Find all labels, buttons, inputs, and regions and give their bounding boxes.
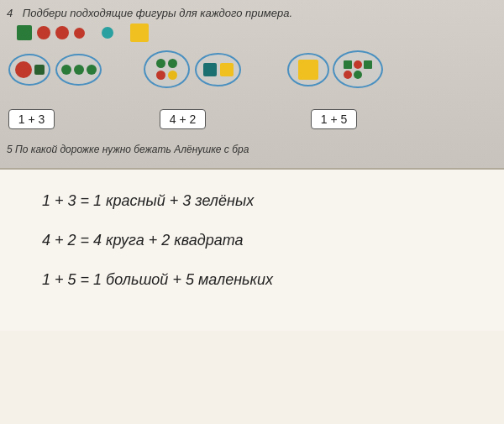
oval-3-big xyxy=(287,53,329,86)
label-1plus3: 1 + 3 xyxy=(8,109,55,129)
answer-line-1: 1 + 3 = 1 красный + 3 зелёных xyxy=(42,191,462,212)
label-4plus2: 4 + 2 xyxy=(160,109,206,129)
oval-1-green xyxy=(55,54,102,86)
red-circle-small xyxy=(74,28,85,39)
red-circle-large xyxy=(37,26,50,39)
task-text: Подбери подходящие фигуры для каждого пр… xyxy=(23,7,292,19)
task-number: 4 xyxy=(7,7,13,19)
yellow-square-large xyxy=(130,24,149,42)
answer-line-2: 4 + 2 = 4 круга + 2 квадрата xyxy=(42,230,462,251)
ovals-row xyxy=(8,50,383,88)
photo-background: 4 Подбери подходящие фигуры для каждого … xyxy=(0,0,504,168)
green-square-shape xyxy=(17,25,32,40)
task5-text: 5 По какой дорожке нужно бежать Алёнушке… xyxy=(7,144,249,155)
oval-2-circles xyxy=(144,50,190,88)
task-header: 4 Подбери подходящие фигуры для каждого … xyxy=(7,7,292,19)
red-circle-2 xyxy=(55,26,69,39)
answer-section: 1 + 3 = 1 красный + 3 зелёных 4 + 2 = 4 … xyxy=(0,170,504,331)
shapes-row xyxy=(17,24,149,42)
oval-2-squares xyxy=(195,53,241,86)
photo-section: 4 Подбери подходящие фигуры для каждого … xyxy=(0,0,504,168)
oval-3-small xyxy=(333,50,383,88)
oval-1-red xyxy=(8,54,50,86)
teal-circle xyxy=(102,27,113,39)
label-1plus5: 1 + 5 xyxy=(311,109,357,129)
label-row: 1 + 3 4 + 2 1 + 5 xyxy=(8,109,357,129)
answer-line-3: 1 + 5 = 1 большой + 5 маленьких xyxy=(42,270,462,291)
